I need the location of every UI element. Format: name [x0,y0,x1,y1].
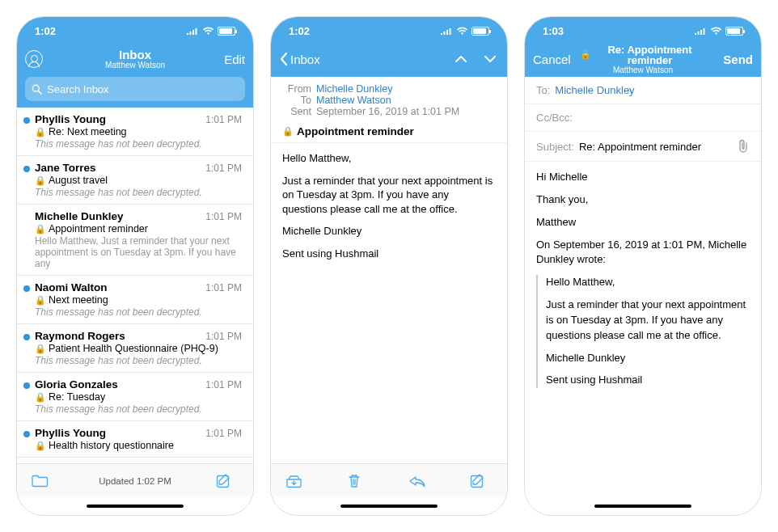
ccbcc-field[interactable]: Cc/Bcc: [525,104,761,132]
from-value[interactable]: Michelle Dunkley [316,83,392,95]
bottom-toolbar [271,463,507,497]
search-input[interactable]: Search Inbox [25,77,245,101]
subject-value: Re: Appointment reminder [579,141,701,153]
edit-button[interactable]: Edit [224,53,245,66]
nav-title: Re: Appointment reminder [594,44,706,65]
message-time: 1:01 PM [205,114,242,125]
wifi-icon [710,27,722,36]
trash-icon[interactable] [347,473,370,489]
nav-bar: Cancel 🔒 Re: Appointment reminder Matthe… [525,44,761,77]
message-row[interactable]: Phyllis Young1:01 PM🔒Re: Next meetingThi… [17,108,253,156]
compose-icon[interactable] [470,473,493,489]
message-subject: Patient Health Questionnaire (PHQ-9) [49,343,218,354]
status-time: 1:02 [35,25,186,37]
battery-icon [471,27,489,36]
message-time: 1:01 PM [205,331,242,342]
to-label: To: [536,84,550,96]
profile-icon[interactable] [25,50,43,68]
phone-inbox: 1:02 Inbox Matthew Watson Edit Search In… [16,16,254,516]
reply-icon[interactable] [408,475,431,488]
message-subject: August travel [49,175,108,186]
wifi-icon [202,27,214,36]
message-row[interactable]: Michelle Dunkley1:01 PM🔒Appointment remi… [17,205,253,276]
nav-bar: Inbox [271,44,507,77]
message-subject: 🔒 Appointment reminder [271,122,507,143]
phone-message: 1:02 Inbox FromMichelle Dunkley ToMatthe… [270,16,508,516]
status-time: 1:03 [543,25,694,37]
prev-message-button[interactable] [452,54,470,64]
body-p3: Matthew [536,215,750,230]
sender-name: Raymond Rogers [35,330,205,342]
sender-name: Naomi Walton [35,281,205,293]
message-subject: Next meeting [49,294,108,306]
message-row[interactable]: Jane Torres1:01 PM🔒August travelThis mes… [17,156,253,205]
signal-icon [694,27,707,35]
to-label: To [282,95,311,106]
message-time: 1:01 PM [205,282,242,293]
nav-subtitle: Matthew Watson [580,65,706,74]
back-button[interactable]: Inbox [279,52,326,66]
compose-body[interactable]: Hi Michelle Thank you, Matthew On Septem… [525,162,761,403]
message-preview: This message has not been decrypted. [35,306,242,318]
nav-bar: Inbox Matthew Watson Edit [17,44,253,77]
lock-icon: 🔒 [282,126,294,137]
subject-label: Subject: [536,141,574,153]
compose-form: To: Michelle Dunkley Cc/Bcc: Subject: Re… [525,77,761,497]
message-preview: Hello Matthew, Just a reminder that your… [35,235,242,269]
archive-icon[interactable] [285,474,308,488]
message-list[interactable]: Phyllis Young1:01 PM🔒Re: Next meetingThi… [17,108,253,463]
message-time: 1:01 PM [205,428,242,439]
sender-name: Phyllis Young [35,113,205,125]
status-icons [694,27,743,36]
message-row[interactable]: Naomi Walton1:01 PM🔒Next meetingThis mes… [17,276,253,324]
message-subject: Re: Tuesday [49,391,105,403]
cancel-button[interactable]: Cancel [533,53,571,66]
search-placeholder: Search Inbox [47,83,109,95]
unread-dot-icon [23,334,30,340]
body-p2: Just a reminder that your next appointme… [282,174,496,217]
sender-name: Gloria Gonzales [35,378,205,391]
search-wrap: Search Inbox [17,77,253,108]
message-preview: This message has not been decrypted. [35,138,242,150]
quote-p3: Michelle Dunkley [546,351,750,366]
message-body: Hello Matthew, Just a reminder that your… [271,143,507,463]
to-field[interactable]: To: Michelle Dunkley [525,77,761,104]
subject-field[interactable]: Subject: Re: Appointment reminder [525,132,761,162]
message-time: 1:01 PM [205,211,242,222]
chevron-left-icon [279,52,289,66]
svg-line-1 [38,91,41,94]
attachment-icon[interactable] [737,139,750,154]
quote-attribution: On September 16, 2019 at 1:01 PM, Michel… [536,238,750,268]
message-row[interactable]: Gloria Gonzales1:01 PM🔒Re: TuesdayThis m… [17,373,253,421]
message-preview: This message has not been decrypted. [35,403,242,415]
status-bar: 1:02 [17,17,253,44]
next-message-button[interactable] [481,54,499,64]
body-p4: Sent using Hushmail [282,247,496,261]
unread-dot-icon [23,285,30,292]
home-indicator [525,497,761,515]
to-value[interactable]: Matthew Watson [316,95,391,106]
message-subject: Re: Next meeting [49,126,127,137]
nav-subtitle: Matthew Watson [72,61,198,70]
unread-dot-icon [23,166,30,172]
phone-compose: 1:03 Cancel 🔒 Re: Appointment reminder M… [524,16,762,516]
message-row[interactable]: Raymond Rogers1:01 PM🔒Patient Health Que… [17,324,253,373]
signal-icon [186,27,199,35]
bottom-toolbar: Updated 1:02 PM [17,463,253,497]
battery-icon [218,27,235,36]
nav-title: Inbox [72,49,198,61]
message-row[interactable]: Phyllis Young1:01 PM🔒Health history ques… [17,421,253,458]
compose-icon[interactable] [216,473,239,489]
quoted-text: Hello Matthew, Just a reminder that your… [536,275,750,388]
message-subject: Appointment reminder [49,223,148,234]
updated-label: Updated 1:02 PM [54,476,216,486]
lock-icon: 🔒 [35,224,46,234]
lock-icon: 🔒 [35,344,46,354]
quote-p2: Just a reminder that your next appointme… [546,298,750,344]
unread-dot-icon [23,431,30,437]
quote-p1: Hello Matthew, [546,275,750,290]
status-bar: 1:03 [525,17,761,44]
folder-icon[interactable] [32,475,54,488]
send-button[interactable]: Send [723,53,753,66]
sender-name: Jane Torres [35,162,205,174]
